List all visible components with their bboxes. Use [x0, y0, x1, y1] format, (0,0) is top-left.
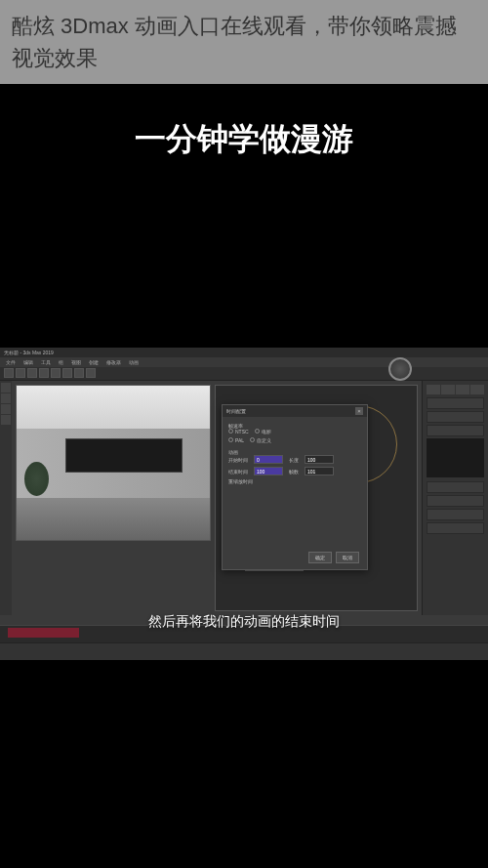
- menubar: 文件 编辑 工具 组 视图 创建 修改器 动画: [0, 357, 488, 367]
- field-label: 开始时间: [228, 457, 248, 463]
- snap-icon[interactable]: [74, 368, 84, 378]
- time-configuration-dialog[interactable]: 时间配置 × 帧速率 NTSC 电影 PAL 自定义: [222, 404, 368, 570]
- render-icon[interactable]: [86, 368, 96, 378]
- redo-icon[interactable]: [16, 368, 25, 378]
- scene-ceiling: [17, 386, 210, 429]
- tool-button[interactable]: [1, 415, 11, 425]
- motion-tab[interactable]: [470, 385, 484, 394]
- radio-label: 电影: [262, 429, 271, 434]
- left-toolbar: [0, 381, 12, 615]
- panel-row[interactable]: [427, 509, 484, 520]
- viewcube-icon[interactable]: [388, 357, 412, 381]
- 3dsmax-window: 无标题 - 3ds Max 2019 文件 编辑 工具 组 视图 创建 修改器 …: [0, 348, 488, 660]
- panel-row[interactable]: [427, 411, 484, 423]
- dialog-titlebar[interactable]: 时间配置 ×: [223, 405, 367, 417]
- radio-icon[interactable]: [228, 437, 233, 442]
- tool-button[interactable]: [1, 393, 11, 403]
- article-title: 酷炫 3Dmax 动画入口在线观看，带你领略震撼视觉效果: [0, 0, 488, 84]
- radio-icon[interactable]: [255, 429, 260, 434]
- statusbar: [0, 642, 488, 660]
- close-icon[interactable]: ×: [355, 407, 363, 415]
- command-panel: [422, 381, 488, 615]
- dialog-title-text: 时间配置: [226, 408, 246, 414]
- scene-plant: [24, 462, 49, 511]
- field-label: 结束时间: [228, 469, 248, 475]
- menu-item[interactable]: 修改器: [106, 359, 121, 365]
- modify-tab[interactable]: [441, 385, 455, 394]
- radio-icon[interactable]: [250, 437, 255, 442]
- menu-item[interactable]: 工具: [41, 359, 51, 365]
- dialog-body: 帧速率 NTSC 电影 PAL 自定义 动画: [223, 417, 367, 496]
- frame-count-input[interactable]: [305, 467, 334, 475]
- create-tab[interactable]: [427, 385, 440, 394]
- menu-item[interactable]: 动画: [129, 359, 139, 365]
- panel-row[interactable]: [427, 522, 484, 534]
- undo-icon[interactable]: [4, 368, 14, 378]
- menu-item[interactable]: 创建: [89, 359, 99, 365]
- video-overlay-title: 一分钟学做漫游: [135, 118, 353, 161]
- radio-label: NTSC: [235, 429, 249, 434]
- field-label: 帧数: [289, 469, 299, 475]
- menu-item[interactable]: 文件: [6, 359, 16, 365]
- panel-preview: [427, 438, 484, 477]
- scene-tv: [65, 438, 183, 473]
- titlebar: 无标题 - 3ds Max 2019: [0, 348, 488, 357]
- field-label: 长度: [289, 457, 299, 463]
- panel-row[interactable]: [427, 495, 484, 507]
- main-toolbar: [0, 367, 488, 381]
- panel-row[interactable]: [427, 425, 484, 436]
- radio-icon[interactable]: [228, 429, 233, 434]
- length-input[interactable]: [305, 455, 334, 464]
- scale-icon[interactable]: [62, 368, 72, 378]
- start-time-input[interactable]: [254, 455, 283, 464]
- hierarchy-tab[interactable]: [456, 385, 469, 394]
- ok-button[interactable]: 确定: [308, 552, 332, 563]
- workspace: 时间配置 × 帧速率 NTSC 电影 PAL 自定义: [0, 381, 488, 615]
- radio-label: PAL: [235, 437, 244, 443]
- select-icon[interactable]: [27, 368, 37, 378]
- panel-row[interactable]: [427, 481, 484, 493]
- rescale-button[interactable]: 重缩放时间: [228, 478, 253, 484]
- tool-button[interactable]: [1, 383, 11, 393]
- cancel-button[interactable]: 取消: [336, 552, 359, 563]
- panel-row[interactable]: [427, 397, 484, 409]
- menu-item[interactable]: 编辑: [23, 359, 33, 365]
- tool-button[interactable]: [1, 404, 11, 414]
- rotate-icon[interactable]: [51, 368, 61, 378]
- video-subtitle: 然后再将我们的动画的结束时间: [148, 613, 340, 631]
- menu-item[interactable]: 组: [59, 359, 63, 365]
- menu-item[interactable]: 视图: [71, 359, 81, 365]
- viewports: 时间配置 × 帧速率 NTSC 电影 PAL 自定义: [12, 381, 422, 615]
- end-time-input[interactable]: [254, 467, 283, 475]
- radio-label: 自定义: [257, 437, 271, 443]
- video-player[interactable]: 一分钟学做漫游 无标题 - 3ds Max 2019 文件 编辑 工具 组 视图…: [0, 84, 488, 868]
- perspective-viewport[interactable]: [16, 385, 211, 541]
- move-icon[interactable]: [39, 368, 49, 378]
